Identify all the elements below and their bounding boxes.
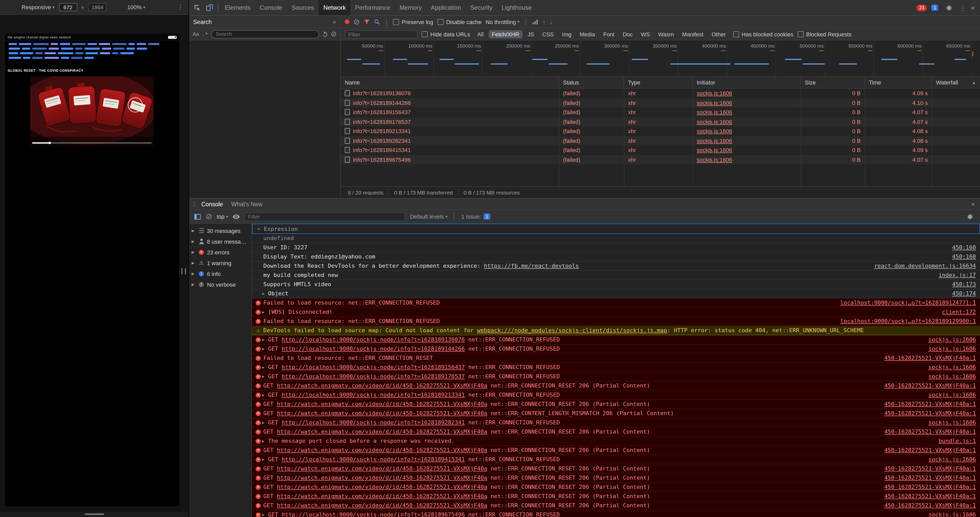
inspect-element-icon[interactable]	[191, 2, 204, 13]
request-type-filter[interactable]: Fetch/XHR	[489, 30, 523, 38]
expand-caret-icon[interactable]: ▶	[262, 439, 264, 443]
message-source-link[interactable]: localhost:9000/sockj…o?t=1628189124771:1	[833, 300, 976, 306]
device-width-input[interactable]	[59, 3, 77, 11]
site-nav-link[interactable]	[9, 48, 20, 50]
expand-caret-icon[interactable]: ▶	[262, 457, 264, 461]
request-type-filter[interactable]: All	[474, 30, 487, 38]
message-source-link[interactable]: 450:160	[945, 244, 976, 251]
request-type-filter[interactable]: Img	[559, 30, 574, 38]
site-nav-link[interactable]	[75, 48, 83, 50]
remove-expression-icon[interactable]: ×	[256, 226, 262, 232]
expand-caret-icon[interactable]: ▶	[262, 338, 264, 342]
site-nav-link[interactable]	[61, 48, 73, 50]
site-nav-link[interactable]	[75, 52, 83, 54]
message-source-link[interactable]: client:172	[935, 309, 976, 315]
toggle-device-toolbar-icon[interactable]	[204, 2, 216, 13]
disable-cache-checkbox[interactable]	[438, 19, 444, 25]
expand-caret-icon[interactable]: ▶	[262, 393, 264, 397]
message-source-link[interactable]: sockjs.js:1606	[921, 364, 976, 371]
network-search-input[interactable]	[211, 30, 319, 38]
request-initiator-link[interactable]: sockjs.js:1606	[697, 90, 732, 97]
network-request-row[interactable]: info?t=1628189176537 (failed) xhr sockjs…	[340, 117, 980, 127]
match-case-icon[interactable]: Aa	[192, 31, 199, 37]
request-initiator-link[interactable]: sockjs.js:1606	[697, 119, 732, 125]
site-nav-link[interactable]	[112, 52, 118, 54]
site-nav-link[interactable]	[60, 43, 70, 45]
devtools-tab[interactable]: Elements	[220, 0, 255, 15]
message-url-link[interactable]: http://watch.enigmatv.com/video/d/id/450…	[277, 465, 487, 472]
network-request-row[interactable]: info?t=1628189144266 (failed) xhr sockjs…	[340, 98, 980, 108]
message-source-link[interactable]: 450-1628275521-VXsMXjF40a:1	[877, 465, 976, 472]
expand-caret-icon[interactable]: ▶	[262, 347, 264, 351]
column-header-time[interactable]: Time	[865, 77, 932, 88]
message-source-link[interactable]: bundle.js:1	[931, 438, 976, 444]
devtools-tab[interactable]: Lighthouse	[497, 0, 536, 15]
site-nav-link[interactable]	[45, 52, 56, 54]
search-pane-close-icon[interactable]: ×	[333, 19, 336, 25]
site-nav-link[interactable]	[22, 48, 30, 50]
video-player[interactable]	[30, 76, 154, 146]
console-sidebar-item[interactable]: ▶ 30 messages	[189, 225, 251, 236]
message-url-link[interactable]: http://watch.enigmatv.com/video/d/id/450…	[277, 401, 487, 408]
tab-whats-new[interactable]: What's New	[227, 198, 266, 209]
message-url-link[interactable]: http://localhost:9000/sockjs-node/info?t…	[282, 364, 465, 371]
expand-caret-icon[interactable]: ▶	[262, 374, 264, 379]
message-url-link[interactable]: https://fb.me/react-devtools	[484, 263, 579, 269]
column-header-size[interactable]: Size	[801, 77, 865, 88]
import-har-icon[interactable]: ↑	[542, 19, 545, 25]
column-header-status[interactable]: Status	[559, 77, 624, 88]
message-url-link[interactable]: http://localhost:9000/sockjs-node/info?t…	[282, 511, 465, 517]
expand-caret-icon[interactable]: ▶	[262, 292, 264, 296]
message-url-link[interactable]: http://watch.enigmatv.com/video/d/id/450…	[277, 382, 487, 389]
site-nav-link[interactable]	[112, 43, 127, 45]
site-nav-link[interactable]	[20, 52, 33, 54]
device-toolbar-more-icon[interactable]: ⋮	[177, 3, 183, 11]
devtools-tab[interactable]: Performance	[350, 0, 395, 15]
request-initiator-link[interactable]: sockjs.js:1606	[697, 109, 732, 116]
filter-funnel-icon[interactable]	[364, 19, 370, 25]
request-initiator-link[interactable]: sockjs.js:1606	[697, 128, 732, 134]
devtools-close-icon[interactable]: ×	[971, 4, 975, 11]
site-nav-link[interactable]	[23, 57, 30, 59]
site-nav-link[interactable]	[72, 43, 86, 45]
search-refresh-icon[interactable]	[322, 31, 328, 37]
site-nav-link[interactable]	[51, 43, 58, 45]
message-source-link[interactable]: sockjs.js:1606	[921, 336, 976, 343]
request-type-filter[interactable]: CSS	[539, 30, 557, 38]
regex-icon[interactable]: .*	[202, 31, 208, 37]
message-url-link[interactable]: http://watch.enigmatv.com/video/d/id/450…	[277, 493, 487, 500]
device-zoom-select[interactable]: 100% ▾	[127, 4, 145, 10]
message-source-link[interactable]: 450:160	[945, 254, 976, 260]
throttling-select[interactable]: No throttling ▾	[486, 19, 520, 25]
column-header-type[interactable]: Type	[624, 77, 693, 88]
console-sidebar-item[interactable]: ▶ 1 warning	[189, 257, 251, 268]
site-nav-link[interactable]	[35, 52, 43, 54]
message-source-link[interactable]: 450-1628275521-VXsMXjF40a:1	[877, 493, 976, 500]
device-height-input[interactable]	[88, 3, 107, 11]
request-type-filter[interactable]: JS	[524, 30, 537, 38]
console-sidebar-item[interactable]: ▶ 23 errors	[189, 247, 251, 257]
network-request-row[interactable]: info?t=1628189156437 (failed) xhr sockjs…	[340, 108, 980, 117]
request-initiator-link[interactable]: sockjs.js:1606	[697, 100, 732, 106]
site-nav-link[interactable]	[113, 48, 124, 50]
network-request-row[interactable]: info?t=1628189213341 (failed) xhr sockjs…	[340, 127, 980, 136]
hide-data-urls-checkbox[interactable]	[422, 31, 428, 37]
live-expression-editor[interactable]: × Expression	[252, 224, 980, 234]
scrollbar-thumb[interactable]	[84, 514, 104, 515]
tab-console[interactable]: Console	[197, 198, 227, 209]
drawer-close-icon[interactable]: ×	[968, 200, 978, 208]
message-url-link[interactable]: http://watch.enigmatv.com/video/d/id/450…	[277, 502, 487, 509]
network-search-icon[interactable]	[374, 19, 380, 25]
clear-network-log-icon[interactable]	[353, 19, 360, 25]
site-nav-link[interactable]	[33, 43, 49, 45]
message-url-link[interactable]: http://localhost:9000/sockjs-node/info?t…	[282, 419, 465, 426]
message-source-link[interactable]: sockjs.js:1606	[921, 456, 976, 463]
network-request-row[interactable]: info?t=1628189415341 (failed) xhr sockjs…	[340, 145, 980, 155]
site-nav-link[interactable]	[9, 57, 21, 59]
message-source-link[interactable]: 450-1628275521-VXsMXjF40a:1	[877, 502, 976, 509]
page-horizontal-scrollbar[interactable]	[0, 512, 189, 517]
expand-caret-icon[interactable]: ▶	[262, 420, 264, 425]
devtools-more-icon[interactable]: ⋮	[960, 4, 966, 11]
preserve-log-checkbox[interactable]	[393, 19, 399, 25]
devtools-tab[interactable]: Memory	[395, 0, 426, 15]
